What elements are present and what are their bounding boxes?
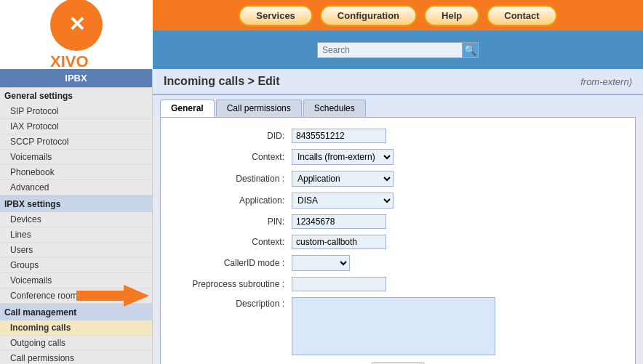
sidebar-item-iax-protocol[interactable]: IAX Protocol <box>0 119 152 134</box>
did-row: DID: <box>175 129 620 143</box>
sidebar-item-voicemails[interactable]: Voicemails <box>0 150 152 165</box>
page-context: from-extern) <box>580 76 632 87</box>
sidebar-item-sip-protocol[interactable]: SIP Protocol <box>0 104 152 119</box>
sidebar-item-devices[interactable]: Devices <box>0 212 152 227</box>
search-bar: 🔍 <box>153 31 643 69</box>
sidebar-item-call-permissions[interactable]: Call permissions <box>0 351 152 364</box>
callerid-row: CallerID mode : <box>175 255 620 271</box>
nav-help[interactable]: Help <box>424 5 479 26</box>
page-title: Incoming calls > Edit <box>164 75 280 88</box>
sidebar-item-users[interactable]: Users <box>0 243 152 258</box>
sidebar-item-conference-rooms[interactable]: Conference rooms <box>0 288 152 304</box>
pin-input[interactable] <box>292 214 386 229</box>
content-area: Incoming calls > Edit from-extern) Gener… <box>153 69 643 364</box>
context-label: Context: <box>175 152 292 162</box>
sidebar-item-voicemails2[interactable]: Voicemails <box>0 273 152 288</box>
destination-select[interactable]: Application <box>292 171 394 187</box>
sidebar-item-incoming-calls[interactable]: Incoming calls <box>0 320 152 336</box>
description-textarea[interactable] <box>292 297 495 355</box>
form-area: DID: Context: Incalls (from-extern) Dest… <box>160 117 636 364</box>
sidebar-section-general: General settings <box>0 87 152 104</box>
destination-row: Destination : Application <box>175 171 620 187</box>
preprocess-row: Preprocess subroutine : <box>175 277 620 291</box>
callerid-label: CallerID mode : <box>175 258 292 268</box>
pin-row: PIN: <box>175 214 620 229</box>
sidebar: IPBX General settings SIP Protocol IAX P… <box>0 69 153 364</box>
destination-label: Destination : <box>175 174 292 184</box>
tab-call-permissions[interactable]: Call permissions <box>216 100 302 117</box>
page-header: Incoming calls > Edit from-extern) <box>153 69 643 95</box>
sidebar-item-outgoing-calls[interactable]: Outgoing calls <box>0 336 152 351</box>
sidebar-title: IPBX <box>0 69 152 87</box>
context2-input[interactable] <box>292 235 386 249</box>
application-label: Application: <box>175 195 292 206</box>
tab-schedules[interactable]: Schedules <box>303 100 366 117</box>
pin-label: PIN: <box>175 217 292 227</box>
nav-contact[interactable]: Contact <box>487 5 556 26</box>
logo-icon: ✕ <box>50 0 103 51</box>
search-icon[interactable]: 🔍 <box>463 42 479 58</box>
application-select[interactable]: DISA <box>292 193 394 209</box>
description-label: Description : <box>175 297 292 309</box>
sidebar-item-advanced[interactable]: Advanced <box>0 180 152 195</box>
tabs-bar: General Call permissions Schedules <box>153 95 643 117</box>
sidebar-item-phonebook[interactable]: Phonebook <box>0 165 152 180</box>
search-input[interactable] <box>317 42 463 58</box>
logo-text: XIVO <box>50 52 103 71</box>
context-row: Context: Incalls (from-extern) <box>175 149 620 165</box>
nav-configuration[interactable]: Configuration <box>320 5 417 26</box>
sidebar-item-lines[interactable]: Lines <box>0 227 152 243</box>
context-badge: from-extern) <box>580 76 632 87</box>
sidebar-item-sccp-protocol[interactable]: SCCP Protocol <box>0 134 152 150</box>
context2-row: Context: <box>175 235 620 249</box>
sidebar-section-call-mgmt: Call management <box>0 304 152 320</box>
preprocess-label: Preprocess subroutine : <box>175 279 292 289</box>
tab-general[interactable]: General <box>160 100 215 117</box>
callerid-select[interactable] <box>292 255 350 271</box>
description-row: Description : <box>175 297 620 355</box>
logo-area: ✕ XIVO <box>0 0 153 69</box>
sidebar-section-ipbx: IPBX settings <box>0 195 152 212</box>
did-label: DID: <box>175 131 292 141</box>
did-input[interactable] <box>292 129 386 143</box>
sidebar-item-groups[interactable]: Groups <box>0 258 152 273</box>
application-row: Application: DISA <box>175 193 620 209</box>
context2-label: Context: <box>175 237 292 247</box>
context-select[interactable]: Incalls (from-extern) <box>292 149 394 165</box>
nav-services[interactable]: Services <box>239 5 313 26</box>
preprocess-input[interactable] <box>292 277 386 291</box>
nav-bar: Services Configuration Help Contact <box>153 0 643 31</box>
